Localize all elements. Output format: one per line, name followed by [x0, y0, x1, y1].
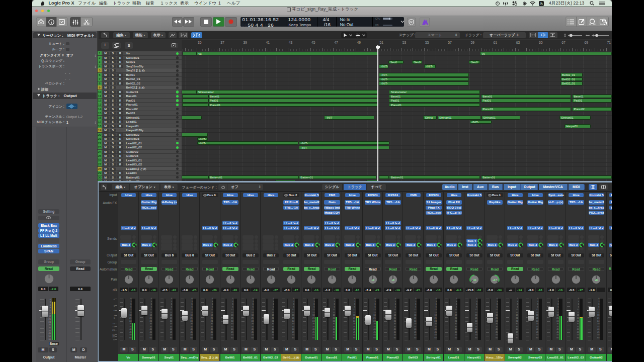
svg-text:+4: +4: [371, 279, 374, 282]
svg-text:+8: +8: [391, 279, 394, 282]
svg-text:-64: -64: [472, 279, 476, 282]
svg-text:+63: +63: [493, 279, 497, 282]
svg-text:+8: +8: [595, 279, 598, 282]
